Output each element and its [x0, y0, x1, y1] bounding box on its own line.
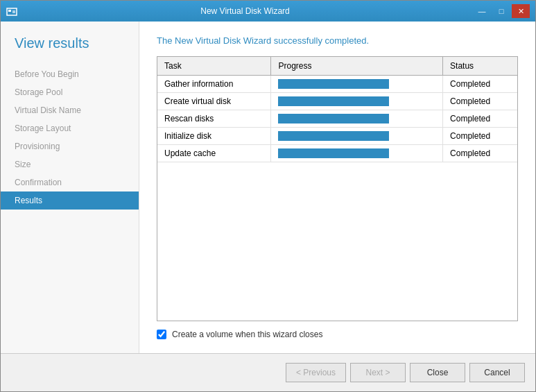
content-area: View results Before You Begin Storage Po…	[1, 22, 535, 353]
cell-task: Create virtual disk	[157, 93, 271, 110]
footer: < Previous Next > Close Cancel	[1, 353, 535, 391]
table-row: Update cacheCompleted	[157, 145, 517, 162]
cell-task: Initialize disk	[157, 128, 271, 145]
col-status: Status	[443, 57, 517, 76]
next-button[interactable]: Next >	[350, 363, 406, 382]
wizard-window: New Virtual Disk Wizard — □ ✕ View resul…	[0, 0, 536, 392]
previous-button[interactable]: < Previous	[286, 363, 346, 382]
table-header-row: Task Progress Status	[157, 57, 517, 76]
sidebar-item-virtual-disk-name: Virtual Disk Name	[1, 101, 139, 119]
sidebar-item-size: Size	[1, 155, 139, 173]
table-row: Create virtual diskCompleted	[157, 93, 517, 110]
results-table-wrapper: Task Progress Status Gather informationC…	[157, 56, 518, 321]
sidebar-item-storage-layout: Storage Layout	[1, 119, 139, 137]
cell-status: Completed	[443, 76, 517, 93]
create-volume-checkbox[interactable]	[157, 330, 166, 339]
window-title: New Virtual Disk Wizard	[17, 6, 473, 16]
sidebar: View results Before You Begin Storage Po…	[1, 22, 139, 353]
window-icon	[6, 6, 17, 17]
cell-progress	[271, 110, 443, 128]
cell-task: Update cache	[157, 145, 271, 162]
sidebar-item-before-you-begin: Before You Begin	[1, 65, 139, 83]
table-row: Initialize diskCompleted	[157, 128, 517, 145]
checkbox-label[interactable]: Create a volume when this wizard closes	[172, 330, 322, 339]
window-controls: — □ ✕	[473, 4, 530, 18]
svg-rect-1	[8, 10, 11, 12]
sidebar-item-storage-pool: Storage Pool	[1, 83, 139, 101]
cancel-button[interactable]: Cancel	[469, 363, 525, 382]
cell-progress	[271, 93, 443, 110]
cell-status: Completed	[443, 110, 517, 128]
cell-task: Rescan disks	[157, 110, 271, 128]
sidebar-item-results[interactable]: Results	[1, 191, 139, 210]
cell-status: Completed	[443, 93, 517, 110]
table-row: Rescan disksCompleted	[157, 110, 517, 128]
col-progress: Progress	[271, 57, 443, 76]
cell-progress	[271, 145, 443, 162]
cell-task: Gather information	[157, 76, 271, 93]
sidebar-item-confirmation: Confirmation	[1, 173, 139, 191]
cell-status: Completed	[443, 145, 517, 162]
close-window-button[interactable]: ✕	[512, 4, 530, 18]
success-message: The New Virtual Disk Wizard successfully…	[157, 35, 518, 46]
table-row: Gather informationCompleted	[157, 76, 517, 93]
main-content: The New Virtual Disk Wizard successfully…	[139, 22, 535, 353]
cell-status: Completed	[443, 128, 517, 145]
col-task: Task	[157, 57, 271, 76]
title-bar: New Virtual Disk Wizard — □ ✕	[1, 1, 535, 22]
maximize-button[interactable]: □	[492, 4, 510, 18]
cell-progress	[271, 76, 443, 93]
close-button[interactable]: Close	[410, 363, 465, 382]
checkbox-row: Create a volume when this wizard closes	[157, 330, 518, 339]
cell-progress	[271, 128, 443, 145]
sidebar-title: View results	[1, 35, 139, 65]
results-table: Task Progress Status Gather informationC…	[157, 57, 517, 162]
minimize-button[interactable]: —	[473, 4, 491, 18]
sidebar-item-provisioning: Provisioning	[1, 137, 139, 155]
